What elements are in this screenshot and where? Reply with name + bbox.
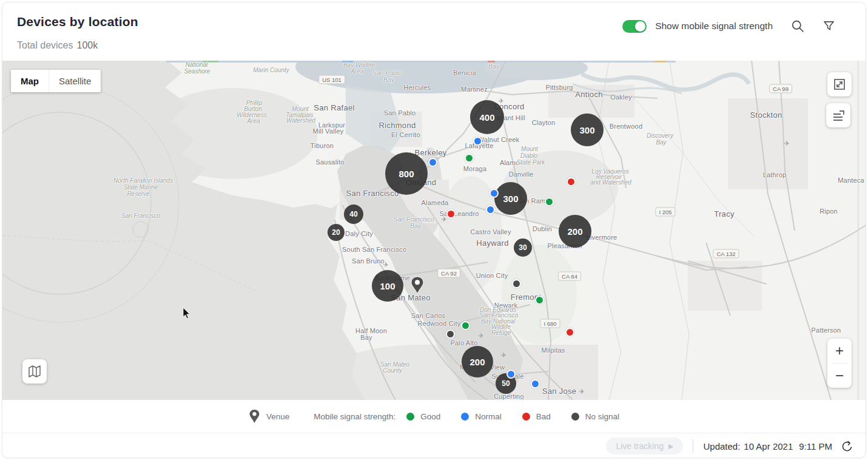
- zoom-out-button[interactable]: −: [827, 364, 852, 388]
- cluster-marker[interactable]: 40: [344, 205, 363, 224]
- legend-item-good: Good: [406, 412, 440, 421]
- total-devices: Total devices100k: [17, 40, 98, 51]
- cluster-marker[interactable]: 200: [462, 346, 493, 377]
- legend-dot-normal: [461, 413, 469, 421]
- refresh-icon: [841, 440, 853, 453]
- device-dot-normal[interactable]: [486, 205, 495, 214]
- device-dot-normal[interactable]: [473, 137, 482, 146]
- zoom-control: + −: [827, 339, 852, 388]
- header-actions: Show mobile signal strength: [622, 19, 835, 33]
- fullscreen-icon: [833, 78, 846, 91]
- footer-divider: [693, 439, 693, 453]
- updated-date: 10 Apr 2021: [744, 441, 793, 452]
- legend-item-normal: Normal: [461, 412, 502, 421]
- filter-icon[interactable]: [823, 20, 835, 33]
- map-legend-button[interactable]: [22, 359, 47, 384]
- map-type-control: Map Satellite: [11, 70, 101, 92]
- cluster-marker[interactable]: 300: [571, 113, 604, 146]
- legend-label-good: Good: [420, 412, 440, 421]
- cluster-marker[interactable]: 400: [470, 100, 504, 134]
- updated-label: Updated:: [703, 441, 740, 452]
- layer-list-button[interactable]: [826, 103, 850, 127]
- cluster-marker[interactable]: 200: [559, 215, 591, 248]
- venue-pin[interactable]: [410, 276, 425, 297]
- legend-dot-good: [406, 413, 414, 421]
- map-base-art: [2, 61, 866, 400]
- total-devices-value: 100k: [77, 40, 98, 50]
- updated-status: Updated: 10 Apr 2021 9:11 PM: [703, 441, 832, 452]
- device-dot-good[interactable]: [465, 154, 474, 163]
- device-dot-no_signal[interactable]: [446, 330, 455, 339]
- map-canvas[interactable]: NationalSeashoreMarin CountyBay Wildlife…: [2, 61, 866, 400]
- fullscreen-button[interactable]: [827, 72, 852, 96]
- header: Devices by location Total devices100k Sh…: [2, 2, 866, 61]
- device-dot-good[interactable]: [535, 296, 544, 305]
- device-dot-bad[interactable]: [565, 328, 574, 337]
- map-type-satellite-button[interactable]: Satellite: [49, 70, 101, 92]
- device-dot-normal[interactable]: [428, 158, 437, 167]
- device-dot-normal[interactable]: [506, 370, 516, 379]
- cluster-marker[interactable]: 20: [328, 224, 345, 241]
- device-dot-bad[interactable]: [446, 209, 456, 218]
- legend-venue: Venue: [249, 409, 289, 424]
- signal-strength-toggle[interactable]: [622, 20, 647, 33]
- legend-bar: Venue Mobile signal strength: GoodNormal…: [2, 400, 866, 433]
- layer-list-icon: [831, 108, 846, 123]
- cluster-marker[interactable]: 800: [385, 152, 428, 195]
- live-tracking-label: Live tracking: [616, 441, 664, 451]
- cluster-marker[interactable]: 300: [494, 182, 527, 215]
- zoom-in-button[interactable]: +: [827, 339, 852, 363]
- play-icon: ▶: [668, 442, 673, 450]
- legend-items: GoodNormalBadNo signal: [406, 412, 619, 421]
- updated-time: 9:11 PM: [799, 441, 832, 452]
- device-dot-normal[interactable]: [531, 379, 540, 388]
- legend-dot-no_signal: [571, 413, 579, 421]
- page-title: Devices by location: [17, 15, 138, 29]
- legend-dot-bad: [522, 413, 530, 421]
- toggle-label: Show mobile signal strength: [655, 21, 773, 32]
- device-dot-normal[interactable]: [490, 189, 499, 198]
- map-type-map-button[interactable]: Map: [11, 70, 49, 92]
- legend-item-bad: Bad: [522, 412, 551, 421]
- venue-pin-icon: [249, 409, 260, 424]
- cluster-marker[interactable]: 100: [372, 270, 403, 302]
- footer-bar: Live tracking ▶ Updated: 10 Apr 2021 9:1…: [2, 433, 866, 458]
- search-icon[interactable]: [791, 19, 804, 33]
- device-dot-no_signal[interactable]: [512, 279, 521, 288]
- folded-map-icon: [27, 364, 42, 379]
- refresh-button[interactable]: [841, 440, 853, 453]
- device-dot-good[interactable]: [461, 321, 470, 330]
- legend-venue-label: Venue: [266, 412, 289, 421]
- legend-item-no_signal: No signal: [571, 412, 619, 421]
- legend-strength-label: Mobile signal strength:: [314, 412, 395, 421]
- legend-label-normal: Normal: [475, 412, 502, 421]
- devices-by-location-card: Devices by location Total devices100k Sh…: [2, 2, 866, 458]
- cluster-marker[interactable]: 30: [514, 238, 532, 257]
- live-tracking-button[interactable]: Live tracking ▶: [606, 438, 683, 455]
- legend-label-no_signal: No signal: [585, 412, 619, 421]
- device-dot-bad[interactable]: [567, 177, 576, 186]
- legend-label-bad: Bad: [536, 412, 551, 421]
- total-devices-label: Total devices: [17, 40, 73, 50]
- device-dot-good[interactable]: [545, 197, 554, 206]
- toggle-knob: [635, 21, 645, 32]
